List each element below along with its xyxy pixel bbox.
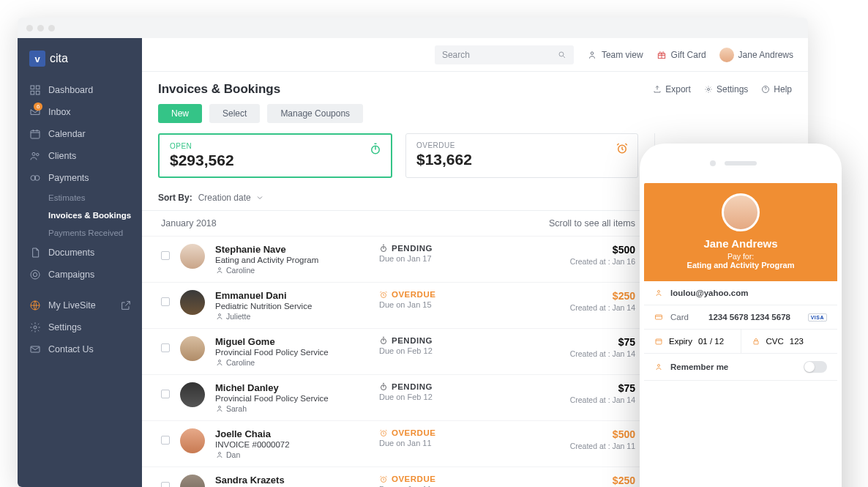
search-input[interactable]: Search <box>435 45 574 64</box>
campaigns-icon <box>29 269 41 280</box>
nav-estimates[interactable]: Estimates <box>18 189 142 207</box>
row-checkbox[interactable] <box>161 297 170 306</box>
page-header: Invoices & Bookings Export Settings Help <box>142 72 808 97</box>
logo-mark: v <box>29 51 45 67</box>
client-avatar <box>180 428 205 453</box>
nav-calendar[interactable]: Calendar <box>18 123 142 145</box>
sidebar: v cita Dashboard 6 Inbox Calendar Client… <box>18 38 142 487</box>
remember-toggle-row[interactable]: Remember me <box>644 354 837 381</box>
svg-rect-36 <box>754 341 758 345</box>
manage-coupons-button[interactable]: Manage Coupons <box>267 104 363 123</box>
row-checkbox[interactable] <box>161 390 170 398</box>
row-checkbox[interactable] <box>161 436 170 445</box>
gear-icon <box>704 85 713 94</box>
svg-point-27 <box>219 406 221 409</box>
cvc-field[interactable]: CVC 123 <box>741 330 838 354</box>
client-name: Miguel Gome <box>215 336 369 347</box>
summary-open-card[interactable]: OPEN $293,562 <box>158 133 392 178</box>
invoice-status: PENDING <box>379 336 496 345</box>
invoice-row[interactable]: Stephanie NaveEating and Activity Progra… <box>142 237 654 283</box>
nav-inbox[interactable]: 6 Inbox <box>18 101 142 123</box>
nav-dashboard[interactable]: Dashboard <box>18 79 142 101</box>
nav-campaigns[interactable]: Campaigns <box>18 264 142 286</box>
help-button[interactable]: Help <box>761 84 792 94</box>
invoice-row[interactable]: Sandra KrazetsINVOICE #0000072NadineOVER… <box>142 467 654 487</box>
row-checkbox[interactable] <box>161 251 170 260</box>
nav-documents[interactable]: Documents <box>18 242 142 264</box>
client-name: Sandra Krazets <box>215 475 369 486</box>
chevron-down-icon <box>255 193 264 202</box>
select-button[interactable]: Select <box>209 104 260 123</box>
invoice-list: January 2018 Scroll to see all items Ste… <box>142 210 654 487</box>
service-name: Provincial Food Policy Service <box>215 394 369 403</box>
clients-icon <box>29 150 41 162</box>
invoice-row[interactable]: Joelle ChaiaINVOICE #0000072DanOVERDUEDu… <box>142 421 654 467</box>
invoice-row[interactable]: Michel DanleyProvincial Food Policy Serv… <box>142 375 654 421</box>
globe-icon <box>29 300 41 311</box>
svg-rect-1 <box>36 86 40 89</box>
status-icon <box>379 336 388 345</box>
nav-payments[interactable]: Payments <box>18 167 142 189</box>
row-checkbox[interactable] <box>161 343 170 352</box>
person-icon <box>215 358 224 367</box>
email-field[interactable]: loulou@yahoo.com <box>644 281 837 305</box>
nav-label: Payments <box>48 173 89 183</box>
tab-row: New Select Manage Coupons <box>142 97 808 133</box>
client-name: Emmanuel Dani <box>215 290 369 301</box>
status-icon <box>379 244 388 253</box>
phone-camera <box>710 160 716 166</box>
stopwatch-icon <box>369 142 382 158</box>
user-menu[interactable]: Jane Andrews <box>719 48 793 62</box>
nav-livesite[interactable]: My LiveSite <box>18 294 142 316</box>
client-name: Stephanie Nave <box>215 244 369 255</box>
remember-toggle[interactable] <box>804 361 827 373</box>
summary-overdue-card[interactable]: OVERDUE $13,662 <box>405 133 638 178</box>
invoice-amount: $75 <box>570 336 635 348</box>
summary-open-label: OPEN <box>170 142 381 150</box>
svg-rect-34 <box>656 315 662 319</box>
card-field[interactable]: Card 1234 5678 1234 5678 VISA <box>644 305 837 330</box>
inbox-badge: 6 <box>34 103 42 111</box>
gift-card-label: Gift Card <box>671 50 706 60</box>
page-title: Invoices & Bookings <box>158 82 280 97</box>
export-label: Export <box>665 84 691 94</box>
svg-point-33 <box>658 291 660 293</box>
nav-payments-received[interactable]: Payments Received <box>18 224 142 242</box>
nav-contact[interactable]: Contact Us <box>18 338 142 360</box>
nav-label: Documents <box>48 248 94 258</box>
month-header: January 2018 Scroll to see all items <box>142 211 654 237</box>
new-button[interactable]: New <box>158 104 202 123</box>
nav-invoices-bookings[interactable]: Invoices & Bookings <box>18 207 142 224</box>
svg-point-23 <box>219 314 221 316</box>
svg-rect-35 <box>656 339 662 344</box>
person-icon <box>215 404 224 413</box>
pay-for-label: Pay for: <box>651 252 830 261</box>
nav-settings[interactable]: Settings <box>18 316 142 338</box>
svg-point-25 <box>219 360 221 363</box>
dashboard-icon <box>29 84 41 96</box>
invoice-amount: $500 <box>570 428 635 440</box>
nav-label: Settings <box>48 322 81 332</box>
brand-logo[interactable]: v cita <box>18 38 142 79</box>
sort-select[interactable]: Creation date <box>198 193 264 203</box>
service-name: Pediatric Nutrition Service <box>215 302 369 311</box>
invoice-amount: $500 <box>570 244 635 256</box>
external-link-icon <box>120 300 132 311</box>
status-icon <box>379 428 388 437</box>
due-date: Due on Jan 15 <box>379 300 496 309</box>
gift-card-button[interactable]: Gift Card <box>656 50 706 60</box>
nav-clients[interactable]: Clients <box>18 145 142 167</box>
team-view-button[interactable]: Team view <box>587 50 643 60</box>
row-checkbox[interactable] <box>161 482 170 487</box>
invoice-row[interactable]: Emmanuel DaniPediatric Nutrition Service… <box>142 283 654 329</box>
expiry-value: 01 / 12 <box>698 337 724 346</box>
export-icon <box>653 85 662 94</box>
settings-button[interactable]: Settings <box>704 84 748 94</box>
created-date: Created at : Jan 16 <box>570 257 635 266</box>
invoice-row[interactable]: Miguel GomeProvincial Food Policy Servic… <box>142 329 654 375</box>
person-icon <box>215 450 224 459</box>
svg-point-15 <box>591 51 594 54</box>
summary-open-value: $293,562 <box>170 152 381 169</box>
export-button[interactable]: Export <box>653 84 691 94</box>
expiry-field[interactable]: Expiry 01 / 12 <box>644 330 741 354</box>
